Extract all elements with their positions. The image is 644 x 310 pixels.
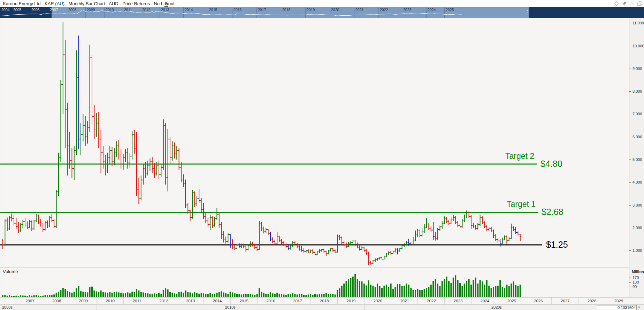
support-price-label[interactable]: $1.25 <box>546 240 568 250</box>
volume-tick-mark <box>629 278 631 278</box>
layout-diamond-icon[interactable] <box>614 1 619 6</box>
price-tick-mark <box>629 23 631 23</box>
x-axis-year-cell[interactable]: 2020 <box>364 297 391 304</box>
x-axis-year-cell[interactable]: 2027 <box>551 297 578 304</box>
navigator-year-label: 2005 <box>13 8 21 12</box>
status-bar: 2000s 2010s 2020s 0.1031604 × <box>0 304 644 310</box>
chart-title: Karoon Energy Ltd - KAR (AU) - Monthly B… <box>3 0 175 7</box>
status-close-icon[interactable]: × <box>638 305 640 310</box>
volume-tick-label: 90 <box>632 285 637 289</box>
navigator-year-label: 2016 <box>233 8 242 12</box>
scale-value-box[interactable]: 0.1031604 <box>597 305 637 310</box>
x-axis-year-cell[interactable]: 2025 <box>498 297 525 304</box>
navigator-year-label: 2019 <box>307 8 315 12</box>
volume-tick-mark <box>629 287 631 287</box>
x-axis-year-cell[interactable]: 2029 <box>605 297 632 304</box>
navigator-sparkline <box>0 7 644 18</box>
navigator-year-label: 2024 <box>428 8 436 12</box>
price-tick-label: 7.000 <box>632 112 642 116</box>
x-axis-year-cell[interactable]: 2024 <box>471 297 498 304</box>
volume-tick-label: 130 <box>632 280 639 284</box>
price-axis[interactable]: 11.00010.0009.0008.0007.0006.0005.0004.0… <box>629 18 644 297</box>
navigator-year-label: 2012 <box>142 8 150 12</box>
navigator-left-handle[interactable] <box>52 10 53 15</box>
decade-cell-2000s[interactable]: 2000s <box>2 305 13 310</box>
navigator-year-label: 2015 <box>209 8 217 12</box>
navigator-year-label: 2023 <box>403 8 411 12</box>
target1-annotation-label[interactable]: Target 1 <box>504 200 538 209</box>
window-toolbar-icons <box>614 1 643 6</box>
price-tick-label: 3.000 <box>632 203 642 207</box>
navigator-year-label: 2025 <box>446 8 454 12</box>
chart-application-window: Karoon Energy Ltd - KAR (AU) - Monthly B… <box>0 0 644 310</box>
price-tick-mark <box>629 137 631 137</box>
price-tick-label: 8.000 <box>632 89 642 93</box>
navigator-year-label: 2020 <box>331 8 339 12</box>
x-axis-year-cell[interactable]: 2008 <box>43 297 70 304</box>
x-axis-year-cell[interactable]: 2009 <box>70 297 97 304</box>
price-tick-mark <box>629 182 631 183</box>
navigator-year-label: 2017 <box>258 8 266 12</box>
price-volume-chart <box>0 0 644 310</box>
target1-price-label[interactable]: $2.68 <box>542 207 564 217</box>
x-axis-year-cell[interactable]: 2012 <box>150 297 177 304</box>
x-axis-year-cell[interactable]: 2022 <box>417 297 445 304</box>
price-tick-mark <box>629 91 631 92</box>
x-axis-year-cell[interactable]: 2019 <box>337 297 365 304</box>
x-axis-year-cell[interactable]: 2014 <box>204 297 231 304</box>
navigator-year-label: 2022 <box>380 8 388 12</box>
volume-axis-unit: Million <box>632 270 644 274</box>
x-axis-year-cell[interactable]: 2026 <box>525 297 552 304</box>
x-axis-year-cell[interactable]: 2016 <box>257 297 284 304</box>
price-tick-label: 11.000 <box>632 21 644 25</box>
title-bar: Karoon Energy Ltd - KAR (AU) - Monthly B… <box>0 0 644 7</box>
plot-left-border <box>0 18 0 297</box>
navigator-year-label: 2021 <box>355 8 363 12</box>
navigator-year-label: 2014 <box>185 8 193 12</box>
x-axis-year-cell[interactable]: 2017 <box>284 297 311 304</box>
x-axis-year-cell[interactable]: 2007 <box>16 297 43 304</box>
price-tick-label: 9.000 <box>632 67 642 71</box>
volume-pane-title: Volume <box>3 269 18 274</box>
decade-cell-2020s[interactable]: 2020s <box>491 305 502 310</box>
x-axis-year-cell[interactable]: 2028 <box>578 297 605 304</box>
volume-tick-mark <box>629 282 631 282</box>
navigator-year-label: 2008 <box>68 8 76 12</box>
pin-icon[interactable] <box>622 1 627 6</box>
navigator-right-handle[interactable] <box>527 10 528 15</box>
x-axis-year-cell[interactable]: 2013 <box>177 297 204 304</box>
x-axis-year-cell[interactable]: 2010 <box>97 297 124 304</box>
navigator-year-label: 2011 <box>124 8 132 12</box>
copy-windows-icon[interactable] <box>637 1 643 6</box>
target2-price-label[interactable]: $4.80 <box>540 159 562 169</box>
x-axis-year-cell[interactable]: 2021 <box>391 297 418 304</box>
decade-cell-2010s[interactable]: 2010s <box>225 305 236 310</box>
x-axis-year-cell[interactable]: 2015 <box>230 297 258 304</box>
navigator-year-label: 2009 <box>87 8 95 12</box>
navigator-year-label: 2007 <box>50 8 58 12</box>
price-tick-mark <box>629 46 631 46</box>
volume-tick-label: 170 <box>632 276 639 280</box>
x-axis-year-cell[interactable]: 2018 <box>310 297 338 304</box>
price-tick-mark <box>629 160 631 160</box>
decade-separator <box>97 305 97 310</box>
price-tick-mark <box>629 114 631 114</box>
x-axis-year-cell[interactable]: 2011 <box>123 297 151 304</box>
person-icon[interactable] <box>630 1 634 6</box>
navigator-year-label: 2004 <box>1 8 9 12</box>
navigator-year-label: 2006 <box>31 8 39 12</box>
navigator-year-label: 2013 <box>161 8 169 12</box>
target2-annotation-label[interactable]: Target 2 <box>503 152 537 161</box>
price-tick-label: 6.000 <box>632 135 642 139</box>
edit-title-pencil-icon[interactable]: ✎ <box>164 0 168 7</box>
navigator-year-label: 2010 <box>106 8 114 12</box>
price-tick-mark <box>629 205 631 206</box>
price-tick-mark <box>629 228 631 228</box>
x-axis-year-row: 2007200820092010201120122013201420152016… <box>0 297 644 305</box>
price-tick-mark <box>629 69 631 69</box>
timeline-navigator[interactable]: 2004200520062007200820092010201120122013… <box>0 7 644 18</box>
price-tick-label: 4.000 <box>632 180 642 184</box>
x-axis-year-cell[interactable]: 2023 <box>444 297 472 304</box>
decade-separator <box>364 305 365 310</box>
price-tick-label: 2.000 <box>632 226 642 230</box>
